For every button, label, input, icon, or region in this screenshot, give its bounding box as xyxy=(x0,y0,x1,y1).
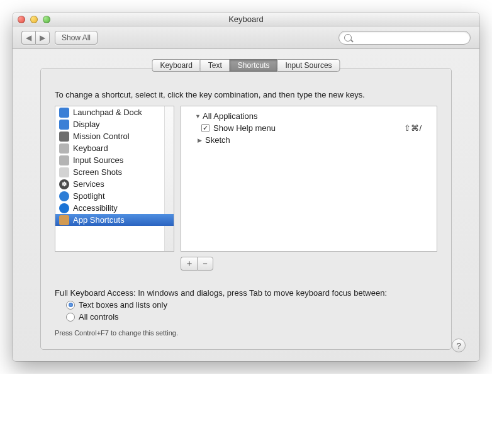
disclosure-triangle-icon[interactable]: ▼ xyxy=(195,113,201,120)
search-icon xyxy=(344,34,352,42)
tab-bar: Keyboard Text Shortcuts Input Sources xyxy=(152,59,340,72)
chevron-right-icon: ▶ xyxy=(40,33,45,42)
fka-label: Full Keyboard Access: In windows and dia… xyxy=(55,288,437,298)
intro-text: To change a shortcut, select it, click t… xyxy=(55,90,437,99)
category-keyboard[interactable]: Keyboard xyxy=(55,142,174,154)
display-icon xyxy=(59,120,69,130)
body: Keyboard Text Shortcuts Input Sources To… xyxy=(13,49,479,361)
zoom-icon[interactable] xyxy=(43,16,50,23)
search-input[interactable] xyxy=(354,33,465,43)
radio-icon[interactable] xyxy=(66,313,75,322)
add-button[interactable]: ＋ xyxy=(181,257,197,271)
category-input-sources[interactable]: Input Sources xyxy=(55,154,174,166)
category-services[interactable]: ✽Services xyxy=(55,178,174,190)
disclosure-triangle-icon[interactable]: ▶ xyxy=(198,137,204,143)
category-display[interactable]: Display xyxy=(55,118,174,130)
tree-all-applications[interactable]: ▼ All Applications xyxy=(184,110,434,122)
preferences-window: Keyboard ◀ ▶ Show All Keyboard Text Shor… xyxy=(13,13,479,361)
mission-control-icon xyxy=(59,132,69,142)
shortcuts-panel: To change a shortcut, select it, click t… xyxy=(40,68,452,350)
search-field[interactable] xyxy=(338,31,471,45)
keyboard-icon xyxy=(59,143,69,154)
category-app-shortcuts[interactable]: App Shortcuts xyxy=(55,214,174,226)
show-all-button[interactable]: Show All xyxy=(55,31,98,45)
minimize-icon[interactable] xyxy=(30,16,38,23)
accessibility-icon xyxy=(59,203,69,213)
tab-input-sources[interactable]: Input Sources xyxy=(277,59,340,72)
titlebar: Keyboard xyxy=(13,13,479,26)
tree-show-help-menu[interactable]: ✓ Show Help menu ⇧⌘/ xyxy=(184,122,434,134)
tab-text[interactable]: Text xyxy=(200,59,230,72)
app-shortcuts-icon xyxy=(59,215,69,225)
radio-all-controls[interactable]: All controls xyxy=(66,312,437,322)
nav-back-forward: ◀ ▶ xyxy=(21,31,50,45)
category-launchpad-dock[interactable]: Launchpad & Dock xyxy=(55,106,174,118)
checkbox[interactable]: ✓ xyxy=(201,124,210,132)
shortcut-key[interactable]: ⇧⌘/ xyxy=(404,123,422,133)
shortcut-tree[interactable]: ▼ All Applications ✓ Show Help menu ⇧⌘/ … xyxy=(181,106,437,252)
help-button[interactable]: ? xyxy=(452,339,466,352)
launchpad-icon xyxy=(59,108,69,118)
category-list[interactable]: Launchpad & Dock Display Mission Control… xyxy=(55,106,174,252)
services-icon: ✽ xyxy=(59,179,69,189)
add-remove-buttons: ＋ － xyxy=(181,257,437,271)
spotlight-icon xyxy=(59,191,69,201)
tab-shortcuts[interactable]: Shortcuts xyxy=(230,59,277,72)
toolbar: ◀ ▶ Show All xyxy=(13,26,479,49)
remove-button[interactable]: － xyxy=(197,257,213,271)
tree-sketch[interactable]: ▶ Sketch xyxy=(184,134,434,146)
fka-hint: Press Control+F7 to change this setting. xyxy=(55,329,437,337)
category-mission-control[interactable]: Mission Control xyxy=(55,130,174,142)
input-sources-icon xyxy=(59,155,69,165)
category-spotlight[interactable]: Spotlight xyxy=(55,190,174,202)
close-icon[interactable] xyxy=(18,16,25,23)
full-keyboard-access: Full Keyboard Access: In windows and dia… xyxy=(55,288,437,337)
screenshots-icon xyxy=(59,167,69,177)
radio-text-boxes[interactable]: Text boxes and lists only xyxy=(66,300,437,310)
category-accessibility[interactable]: Accessibility xyxy=(55,202,174,214)
window-title: Keyboard xyxy=(13,14,479,24)
chevron-left-icon: ◀ xyxy=(26,33,31,42)
radio-icon[interactable] xyxy=(66,301,75,310)
forward-button[interactable]: ▶ xyxy=(35,31,50,45)
category-screenshots[interactable]: Screen Shots xyxy=(55,166,174,178)
back-button[interactable]: ◀ xyxy=(21,31,35,45)
tab-keyboard[interactable]: Keyboard xyxy=(152,59,199,72)
